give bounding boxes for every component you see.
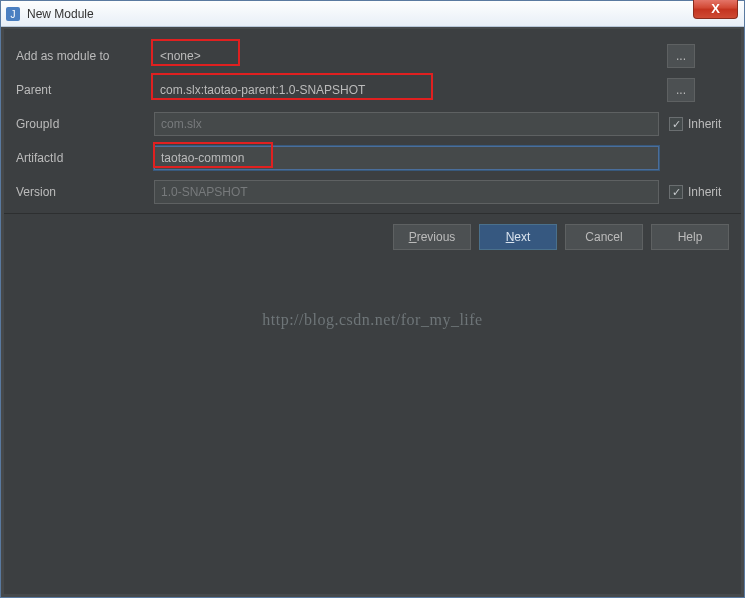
version-inherit-checkbox[interactable]: ✓ Inherit: [669, 185, 731, 199]
checkbox-checked-icon: ✓: [669, 117, 683, 131]
parent-value-wrap: com.slx:taotao-parent:1.0-SNAPSHOT: [154, 79, 659, 101]
add-as-module-value: <none>: [154, 45, 207, 67]
help-button[interactable]: Help: [651, 224, 729, 250]
parent-value: com.slx:taotao-parent:1.0-SNAPSHOT: [154, 79, 371, 101]
dialog-footer: Previous Next Cancel Help: [4, 213, 741, 259]
row-parent: Parent com.slx:taotao-parent:1.0-SNAPSHO…: [14, 77, 731, 103]
row-version: Version ✓ Inherit: [14, 179, 731, 205]
watermark-text: http://blog.csdn.net/for_my_life: [4, 311, 741, 329]
ellipsis-icon: ...: [676, 49, 686, 63]
row-groupid: GroupId ✓ Inherit: [14, 111, 731, 137]
row-artifactid: ArtifactId Inh: [14, 145, 731, 171]
close-button[interactable]: X: [693, 0, 738, 19]
inherit-label: Inherit: [688, 117, 721, 131]
version-input[interactable]: [154, 180, 659, 204]
next-button[interactable]: Next: [479, 224, 557, 250]
ellipsis-icon: ...: [676, 83, 686, 97]
dialog-window: J New Module X Add as module to <none> .…: [0, 0, 745, 598]
close-icon: X: [711, 1, 720, 16]
groupid-label: GroupId: [14, 117, 154, 131]
window-title: New Module: [27, 7, 94, 21]
add-as-module-label: Add as module to: [14, 49, 154, 63]
add-as-module-value-wrap: <none>: [154, 45, 659, 67]
groupid-input[interactable]: [154, 112, 659, 136]
parent-label: Parent: [14, 83, 154, 97]
dialog-content: Add as module to <none> ... Parent com.s…: [1, 27, 744, 597]
groupid-inherit-checkbox[interactable]: ✓ Inherit: [669, 117, 731, 131]
titlebar: J New Module X: [1, 1, 744, 27]
row-add-as-module: Add as module to <none> ...: [14, 43, 731, 69]
add-as-module-browse-button[interactable]: ...: [667, 44, 695, 68]
form-area: Add as module to <none> ... Parent com.s…: [4, 29, 741, 213]
version-label: Version: [14, 185, 154, 199]
checkbox-checked-icon: ✓: [669, 185, 683, 199]
artifactid-input[interactable]: [154, 146, 659, 170]
app-icon: J: [5, 6, 21, 22]
artifactid-label: ArtifactId: [14, 151, 154, 165]
svg-text:J: J: [11, 9, 16, 20]
previous-button[interactable]: Previous: [393, 224, 471, 250]
cancel-button[interactable]: Cancel: [565, 224, 643, 250]
parent-browse-button[interactable]: ...: [667, 78, 695, 102]
inherit-label: Inherit: [688, 185, 721, 199]
